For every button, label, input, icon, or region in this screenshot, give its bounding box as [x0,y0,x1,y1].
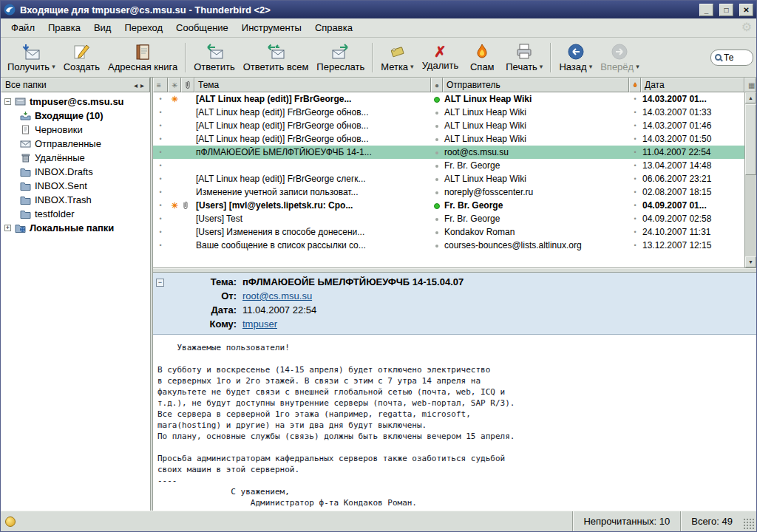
junk-indicator-icon[interactable] [631,109,639,116]
back-dropdown-icon[interactable]: ▾ [589,63,593,70]
local-folders-row[interactable]: + Локальные папки [1,221,150,235]
scrollbar-track[interactable] [745,103,756,256]
column-picker-button[interactable]: ▦ [744,78,756,92]
junk-indicator-icon[interactable] [631,122,639,129]
to-address-link[interactable]: tmpuser [242,318,277,330]
menu-tools[interactable]: Инструменты [236,20,308,35]
sender-column-header[interactable]: Отправитель [443,78,629,92]
collapse-header-button[interactable]: − [156,279,164,287]
junk-column-header[interactable] [629,78,641,92]
tag-button[interactable]: Метка▾ [377,39,417,76]
print-dropdown-icon[interactable]: ▾ [540,63,543,70]
folder-item-drafts[interactable]: Черновики [1,123,150,137]
junk-button[interactable]: Спам [463,39,501,76]
junk-indicator-icon[interactable] [631,242,639,249]
folder-item-inbox[interactable]: Входящие (10) [1,109,150,123]
star-flag-icon[interactable]: ✳ [171,95,177,103]
reply-button[interactable]: Ответить [190,39,239,76]
from-address-link[interactable]: root@cs.msu.su [242,290,312,301]
message-row[interactable]: [ALT Linux heap (edit)] FrBrGeorge обнов… [153,106,744,119]
message-row[interactable]: [ALT Linux heap (edit)] FrBrGeorge обнов… [153,119,744,132]
read-dot-icon[interactable] [435,138,438,141]
junk-indicator-icon[interactable] [631,215,639,222]
folder-item-inbox-sent[interactable]: INBOX.Sent [1,179,150,193]
read-dot-icon[interactable] [435,125,438,128]
maximize-button[interactable]: □ [719,4,733,16]
folder-item-sent[interactable]: Отправленные [1,137,150,151]
read-dot-icon[interactable] [435,191,438,194]
read-dot-icon[interactable] [435,218,438,221]
message-row[interactable]: [Users] Изменения в способе донесени... … [153,225,744,239]
junk-indicator-icon[interactable] [631,202,639,209]
search-input[interactable] [724,52,746,63]
message-row-selected[interactable]: пФЛМАЮЕОЙЕ ЬМЕЛФТЙЮЕУФЧБ 14-1... root@cs… [153,146,744,159]
back-button[interactable]: Назад▾ [555,39,596,76]
unread-dot-icon[interactable] [434,97,440,103]
read-column-header[interactable]: ● [431,78,443,92]
thread-list-scrollbar[interactable]: ▲ ▼ [744,92,756,267]
menu-edit[interactable]: Правка [42,20,86,35]
title-bar[interactable]: Входящие для tmpuser@cs.msu.su - Thunder… [1,1,756,18]
message-row[interactable]: Ваше сообщение в список рассылки со... c… [153,239,744,252]
address-book-button[interactable]: Адресная книга [104,39,181,76]
date-column-header[interactable]: Дата [641,78,744,92]
junk-indicator-icon[interactable] [631,162,639,169]
forward-button[interactable]: Переслать [313,39,368,76]
get-mail-dropdown-icon[interactable]: ▾ [52,63,55,70]
star-flag-icon[interactable]: ✳ [171,201,177,210]
read-dot-icon[interactable] [435,112,438,115]
junk-indicator-icon[interactable] [631,135,639,143]
forward-nav-button[interactable]: Вперёд▾ [597,39,643,76]
attachment-column-header[interactable] [181,78,194,92]
scroll-down-icon[interactable]: ▼ [745,256,756,267]
online-status-icon[interactable] [5,516,16,527]
minimize-button[interactable]: _ [699,4,713,16]
search-box[interactable] [710,50,753,66]
folder-item-testfolder[interactable]: testfolder [1,207,150,221]
folder-item-trash[interactable]: Удалённые [1,151,150,165]
junk-indicator-icon[interactable] [631,175,639,183]
message-row[interactable]: [ALT Linux heap (edit)] FrBrGeorge обнов… [153,132,744,146]
junk-indicator-icon[interactable] [631,228,639,236]
junk-indicator-icon[interactable] [631,149,639,156]
reply-all-button[interactable]: Ответить всем [240,39,313,76]
read-dot-icon[interactable] [435,178,438,181]
read-dot-icon[interactable] [435,151,438,154]
account-row[interactable]: − tmpuser@cs.msu.su [1,95,150,109]
print-button[interactable]: Печать▾ [502,39,546,76]
expander-icon[interactable]: + [4,225,11,231]
menu-help[interactable]: Справка [309,20,359,35]
thread-column-header[interactable]: ≡ [153,78,168,92]
folder-item-inbox-trash[interactable]: INBOX.Trash [1,193,150,207]
folder-view-next-icon[interactable]: ▸ [139,81,146,89]
close-button[interactable]: ✕ [739,4,753,16]
menu-file[interactable]: Файл [5,20,41,35]
subject-column-header[interactable]: Тема [194,78,431,92]
tag-dropdown-icon[interactable]: ▾ [410,63,414,70]
junk-indicator-icon[interactable] [631,95,639,103]
write-button[interactable]: Создать [60,39,103,76]
star-column-header[interactable]: ✳ [168,78,181,92]
get-mail-button[interactable]: Получить▾ [4,39,59,76]
scroll-up-icon[interactable]: ▲ [745,92,756,103]
menu-view[interactable]: Вид [88,20,118,35]
message-row[interactable]: Изменение учетной записи пользоват... no… [153,185,744,199]
message-row[interactable]: [Users] Test Fr. Br. George 04.09.2007 0… [153,212,744,225]
menu-go[interactable]: Переход [118,20,169,35]
folder-item-inbox-drafts[interactable]: INBOX.Drafts [1,165,150,179]
read-dot-icon[interactable] [435,245,438,248]
read-dot-icon[interactable] [435,231,438,234]
message-row[interactable]: [ALT Linux heap (edit)] FrBrGeorge слегк… [153,172,744,185]
unread-dot-icon[interactable] [434,203,440,209]
message-row[interactable]: ✳ [ALT Linux heap (edit)] FrBrGeorge... … [153,92,744,106]
junk-indicator-icon[interactable] [631,188,639,196]
delete-button[interactable]: ✗ Удалить [418,39,463,76]
read-dot-icon[interactable] [435,165,438,168]
folder-view-prev-icon[interactable]: ◂ [132,81,139,89]
resize-grip[interactable] [743,518,755,530]
message-row[interactable]: Fr. Br. George 13.04.2007 14:48 [153,159,744,172]
menu-message[interactable]: Сообщение [170,20,234,35]
message-row[interactable]: ✳ [Users] [mvl@yelets.lipetsk.ru: Сро...… [153,199,744,212]
expander-icon[interactable]: − [4,98,11,105]
scrollbar-thumb[interactable] [745,104,756,175]
